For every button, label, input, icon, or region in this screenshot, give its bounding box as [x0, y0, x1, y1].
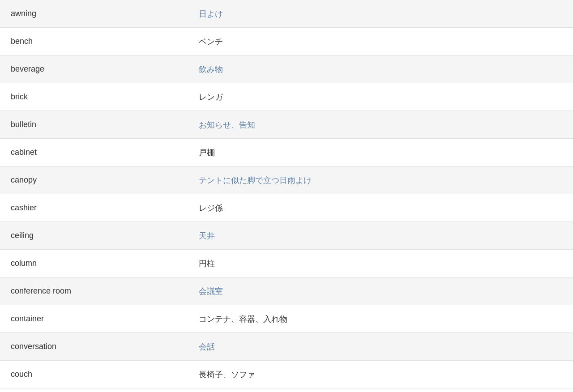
japanese-translation: コンテナ、容器、入れ物: [188, 306, 573, 332]
japanese-translation: 飲み物: [188, 56, 573, 83]
english-term: container: [0, 306, 188, 332]
table-row: brickレンガ: [0, 83, 573, 111]
table-row: couch長椅子、ソファ: [0, 361, 573, 388]
dictionary-table: awning日よけbenchベンチbeverage飲み物brickレンガbull…: [0, 0, 573, 388]
english-term: bulletin: [0, 112, 188, 137]
japanese-translation: テントに似た脚で立つ日雨よけ: [188, 167, 573, 194]
english-term: awning: [0, 1, 188, 26]
english-term: conversation: [0, 334, 188, 359]
table-row: awning日よけ: [0, 0, 573, 28]
japanese-translation: 天井: [188, 222, 573, 249]
table-row: conference room会議室: [0, 277, 573, 305]
japanese-translation: 日よけ: [188, 0, 573, 27]
english-term: couch: [0, 362, 188, 387]
english-term: column: [0, 251, 188, 276]
table-row: conversation会話: [0, 333, 573, 361]
japanese-translation: 会議室: [188, 278, 573, 305]
japanese-translation: 会話: [188, 333, 573, 360]
english-term: cabinet: [0, 140, 188, 165]
english-term: cashier: [0, 195, 188, 221]
japanese-translation: 戸棚: [188, 139, 573, 166]
table-row: ceiling天井: [0, 222, 573, 250]
english-term: brick: [0, 84, 188, 110]
english-term: ceiling: [0, 223, 188, 248]
english-term: canopy: [0, 167, 188, 193]
table-row: cabinet戸棚: [0, 139, 573, 166]
japanese-translation: お知らせ、告知: [188, 111, 573, 138]
english-term: beverage: [0, 56, 188, 82]
table-row: beverage飲み物: [0, 55, 573, 83]
japanese-translation: レンガ: [188, 84, 573, 111]
table-row: containerコンテナ、容器、入れ物: [0, 305, 573, 333]
table-row: benchベンチ: [0, 28, 573, 55]
table-row: cashierレジ係: [0, 194, 573, 222]
table-row: canopyテントに似た脚で立つ日雨よけ: [0, 166, 573, 194]
japanese-translation: ベンチ: [188, 28, 573, 55]
english-term: bench: [0, 29, 188, 54]
japanese-translation: 円柱: [188, 250, 573, 277]
table-row: bulletinお知らせ、告知: [0, 111, 573, 139]
english-term: conference room: [0, 278, 188, 304]
japanese-translation: 長椅子、ソファ: [188, 361, 573, 388]
table-row: column円柱: [0, 250, 573, 277]
japanese-translation: レジ係: [188, 195, 573, 222]
